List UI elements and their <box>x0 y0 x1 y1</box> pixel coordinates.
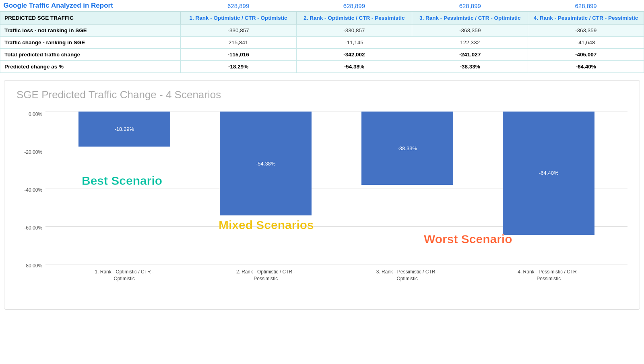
col-header-1: 1. Rank - Optimistic / CTR - Optimistic <box>180 12 296 25</box>
total-col3: -241,027 <box>412 49 528 61</box>
row0-col2: -330,857 <box>296 25 412 37</box>
pct-row: Predicted change as % -18.29% -54.38% -3… <box>0 61 644 73</box>
chart-section: SGE Predicted Traffic Change - 4 Scenari… <box>4 80 640 310</box>
report-title: Google Traffic Analyzed in Report <box>0 0 181 12</box>
x-labels: 1. Rank - Optimistic / CTR -Optimistic2.… <box>45 269 627 282</box>
mixed-scenarios-annotation: Mixed Scenarios <box>219 218 314 232</box>
col-header-2: 2. Rank - Optimistic / CTR - Pessimistic <box>296 12 412 25</box>
y-label-3: -60.00% <box>24 225 42 231</box>
col-header-3: 3. Rank - Pessimistic / CTR - Optimistic <box>412 12 528 25</box>
pct-col3: -38.33% <box>412 61 528 73</box>
y-label-0: 0.00% <box>29 112 42 117</box>
y-axis: 0.00% -20.00% -40.00% -60.00% -80.00% <box>17 112 45 269</box>
y-label-2: -40.00% <box>24 187 42 193</box>
x-label-2: 3. Rank - Pessimistic / CTR -Optimistic <box>336 269 478 282</box>
chart-title: SGE Predicted Traffic Change - 4 Scenari… <box>17 89 627 101</box>
col2-count: 628,899 <box>296 0 412 12</box>
row1-label: Traffic change - ranking in SGE <box>0 37 181 49</box>
y-label-4: -80.00% <box>24 263 42 269</box>
col3-count: 628,899 <box>412 0 528 12</box>
total-label: Total predicted traffic change <box>0 49 181 61</box>
chart-area: 0.00% -20.00% -40.00% -60.00% -80.00% -1… <box>17 108 627 293</box>
pct-col1: -18.29% <box>180 61 296 73</box>
col-header-0: PREDICTED SGE TRAFFIC <box>0 12 181 25</box>
y-label-1: -20.00% <box>24 149 42 155</box>
total-col1: -115,016 <box>180 49 296 61</box>
worst-scenario-annotation: Worst Scenario <box>424 232 512 246</box>
col4-count: 628,899 <box>528 0 644 12</box>
row1-col1: 215,841 <box>180 37 296 49</box>
row0-col1: -330,857 <box>180 25 296 37</box>
chart-inner: -18.29%-54.38%-38.33%-64.40% 1. Rank - O… <box>45 108 627 281</box>
row1-col3: 122,332 <box>412 37 528 49</box>
row1-col2: -11,145 <box>296 37 412 49</box>
table-row: Traffic loss - not ranking in SGE -330,8… <box>0 25 644 37</box>
bar-label-2: -38.33% <box>398 145 417 151</box>
bar-label-3: -64.40% <box>539 170 558 176</box>
col-header-4: 4. Rank - Pessimistic / CTR - Pessimisti… <box>528 12 644 25</box>
total-row: Total predicted traffic change -115,016 … <box>0 49 644 61</box>
total-col4: -405,007 <box>528 49 644 61</box>
pct-label: Predicted change as % <box>0 61 181 73</box>
row1-col4: -41,648 <box>528 37 644 49</box>
col1-count: 628,899 <box>180 0 296 12</box>
bar-group-1: -54.38% <box>195 112 337 265</box>
table-row: Traffic change - ranking in SGE 215,841 … <box>0 37 644 49</box>
x-label-1: 2. Rank - Optimistic / CTR -Pessimistic <box>195 269 337 282</box>
best-scenario-annotation: Best Scenario <box>82 174 162 188</box>
table-section: Google Traffic Analyzed in Report 628,89… <box>0 0 644 73</box>
x-label-3: 4. Rank - Pessimistic / CTR -Pessimistic <box>478 269 620 282</box>
column-headers: PREDICTED SGE TRAFFIC 1. Rank - Optimist… <box>0 12 644 25</box>
total-col2: -342,002 <box>296 49 412 61</box>
pct-col2: -54.38% <box>296 61 412 73</box>
row0-col4: -363,359 <box>528 25 644 37</box>
row0-col3: -363,359 <box>412 25 528 37</box>
bar-label-1: -54.38% <box>256 161 275 167</box>
bar-group-0: -18.29% <box>54 112 195 265</box>
bars-container: -18.29%-54.38%-38.33%-64.40% <box>45 112 627 265</box>
row0-label: Traffic loss - not ranking in SGE <box>0 25 181 37</box>
header-row-top: Google Traffic Analyzed in Report 628,89… <box>0 0 644 12</box>
x-label-0: 1. Rank - Optimistic / CTR -Optimistic <box>54 269 195 282</box>
pct-col4: -64.40% <box>528 61 644 73</box>
bar-label-0: -18.29% <box>115 126 134 132</box>
